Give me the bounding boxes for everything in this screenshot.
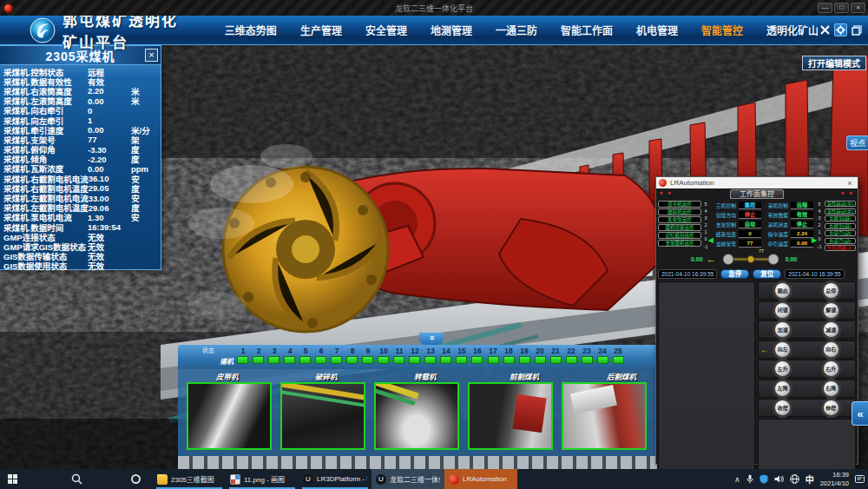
- nav-item-2[interactable]: 生产管理: [300, 23, 342, 37]
- support-status-indicator[interactable]: [424, 356, 436, 364]
- close-icon[interactable]: ×: [845, 179, 855, 188]
- ime-indicator[interactable]: 中: [806, 472, 814, 486]
- control-button-加速[interactable]: 加速: [774, 321, 791, 338]
- remote-mode-button[interactable]: 急停闭锁(止): [825, 245, 856, 251]
- taskbar-task[interactable]: 11.png - 画图: [226, 469, 299, 489]
- nav-item-8[interactable]: 智能管控: [701, 23, 743, 37]
- support-status-indicator[interactable]: [237, 356, 248, 364]
- remote-mode-button[interactable]: 支架跟机远控: [658, 240, 701, 247]
- stop-button[interactable]: 急停: [720, 269, 749, 279]
- control-button-向右[interactable]: 向右: [823, 341, 839, 358]
- clock[interactable]: 16:39 2021/4/10: [820, 471, 849, 488]
- support-status-indicator[interactable]: [566, 356, 577, 364]
- taskbar-task[interactable]: LRAutomation: [444, 469, 517, 489]
- camera-thumbnail[interactable]: [187, 382, 272, 450]
- control-button-向左[interactable]: 向左: [774, 341, 791, 358]
- control-button-右降[interactable]: 右降: [823, 380, 839, 397]
- control-button-闭锁[interactable]: 闭锁: [774, 302, 791, 319]
- collapse-down-button[interactable]: «: [419, 333, 444, 345]
- remote-mode-button[interactable]: 滚筒转动(右): [825, 208, 856, 215]
- start-button[interactable]: [0, 469, 24, 489]
- position-slider[interactable]: 0.00 ← 77 0.00: [691, 252, 825, 266]
- viewpoint-tab[interactable]: 视点: [846, 135, 868, 150]
- control-button-顺启[interactable]: 顺启: [774, 282, 791, 299]
- remote-mode-button[interactable]: 跟机喷雾远控: [658, 224, 701, 231]
- workface-control-tab[interactable]: 工作面集控: [730, 189, 784, 199]
- collapse-left-icon[interactable]: «: [852, 401, 868, 426]
- remote-mode-button[interactable]: 右牵引(动): [825, 238, 856, 244]
- control-button-左降[interactable]: 左降: [774, 380, 791, 397]
- support-status-indicator[interactable]: [456, 356, 467, 364]
- camera-thumbnail[interactable]: [280, 382, 365, 450]
- support-status-indicator[interactable]: [582, 356, 593, 364]
- search-button[interactable]: [64, 469, 89, 489]
- support-status-indicator[interactable]: [284, 356, 295, 364]
- lr-icon: [449, 474, 459, 485]
- control-button-收帮[interactable]: 收帮: [774, 400, 791, 416]
- camera-filmstrip[interactable]: [178, 456, 657, 469]
- remote-mode-button[interactable]: 右截割(转): [825, 223, 856, 229]
- open-edit-mode-button[interactable]: 打开编辑模式: [802, 56, 866, 70]
- support-status-indicator[interactable]: [315, 356, 326, 364]
- control-button-伸帮[interactable]: 伸帮: [823, 400, 839, 416]
- taskbar-task[interactable]: U龙软二三维一体化...: [372, 469, 444, 489]
- camera-thumbnail[interactable]: [468, 382, 553, 450]
- control-button-解锁[interactable]: 解锁: [823, 302, 839, 319]
- taskbar-task[interactable]: ULR3DPlatform - U...: [299, 469, 372, 489]
- support-status-indicator[interactable]: [268, 356, 279, 364]
- support-status-indicator[interactable]: [409, 356, 420, 364]
- support-status-indicator[interactable]: [613, 356, 624, 364]
- support-status-indicator[interactable]: [331, 356, 342, 364]
- action-center-icon[interactable]: [855, 474, 865, 484]
- support-status-indicator[interactable]: [488, 356, 499, 364]
- network-globe-icon[interactable]: [790, 474, 799, 484]
- hidden-icons-chevron[interactable]: ∧: [734, 475, 740, 484]
- nav-item-3[interactable]: 安全管理: [365, 23, 407, 37]
- support-status-indicator[interactable]: [346, 356, 358, 364]
- remote-mode-button[interactable]: 乳化泵远控: [658, 216, 701, 223]
- remote-mode-button[interactable]: 皮带机远控: [658, 201, 701, 208]
- support-status-indicator[interactable]: [253, 356, 264, 364]
- remote-mode-button[interactable]: 左牵引(动): [825, 230, 856, 236]
- slider-track[interactable]: [720, 253, 782, 265]
- remote-mode-button[interactable]: 左截割(转): [825, 215, 856, 221]
- support-status-indicator[interactable]: [503, 356, 515, 364]
- camera-thumbnail[interactable]: [562, 382, 647, 450]
- remote-mode-button[interactable]: 记忆截割远控: [658, 232, 701, 239]
- nav-item-7[interactable]: 机电管理: [636, 23, 678, 37]
- cortana-button[interactable]: [123, 469, 148, 489]
- taskbar-task[interactable]: 2305三维截图: [153, 469, 226, 489]
- defender-shield-icon[interactable]: [760, 474, 768, 484]
- control-button-右升[interactable]: 右升: [823, 360, 839, 377]
- remote-mode-button[interactable]: 滚筒转动(左): [825, 201, 856, 207]
- volume-icon[interactable]: [774, 474, 784, 484]
- control-button-左升[interactable]: 左升: [774, 360, 791, 377]
- support-status-indicator[interactable]: [535, 356, 546, 364]
- viewport-3d[interactable]: 打开编辑模式 视点 « 2305采煤机 × 采煤机.控制状态远程采煤机.数据有效…: [0, 45, 868, 469]
- support-status-indicator[interactable]: [393, 356, 404, 364]
- support-status-indicator[interactable]: [471, 356, 483, 364]
- camera-thumbnail[interactable]: [374, 382, 459, 450]
- wrench-icon[interactable]: [819, 23, 832, 36]
- nav-item-6[interactable]: 智能工作面: [561, 23, 613, 37]
- remote-mode-button[interactable]: 破碎机远控: [658, 208, 701, 215]
- microphone-icon[interactable]: [746, 474, 753, 484]
- nav-item-9[interactable]: 透明化矿山: [766, 23, 819, 37]
- lrautomation-titlebar[interactable]: LRAutomation ×: [656, 177, 858, 188]
- gear-icon[interactable]: [834, 23, 847, 36]
- support-status-indicator[interactable]: [299, 356, 311, 364]
- restore-window-icon[interactable]: [850, 23, 863, 36]
- support-status-indicator[interactable]: [378, 356, 389, 364]
- control-button-总停[interactable]: 总停: [823, 282, 839, 299]
- support-status-indicator[interactable]: [597, 356, 608, 364]
- nav-item-1[interactable]: 三维态势图: [225, 23, 277, 37]
- nav-item-4[interactable]: 地测管理: [431, 23, 472, 37]
- control-button-减速[interactable]: 减速: [823, 321, 839, 338]
- support-status-indicator[interactable]: [362, 356, 373, 364]
- support-status-indicator[interactable]: [519, 356, 530, 364]
- support-status-indicator[interactable]: [440, 356, 451, 364]
- reset-button[interactable]: 复位: [753, 269, 781, 279]
- nav-item-5[interactable]: 一通三防: [496, 23, 537, 37]
- main-navbar: 郭屯煤矿透明化矿山平台 三维态势图生产管理安全管理地测管理一通三防智能工作面机电…: [0, 16, 868, 45]
- support-status-indicator[interactable]: [550, 356, 562, 364]
